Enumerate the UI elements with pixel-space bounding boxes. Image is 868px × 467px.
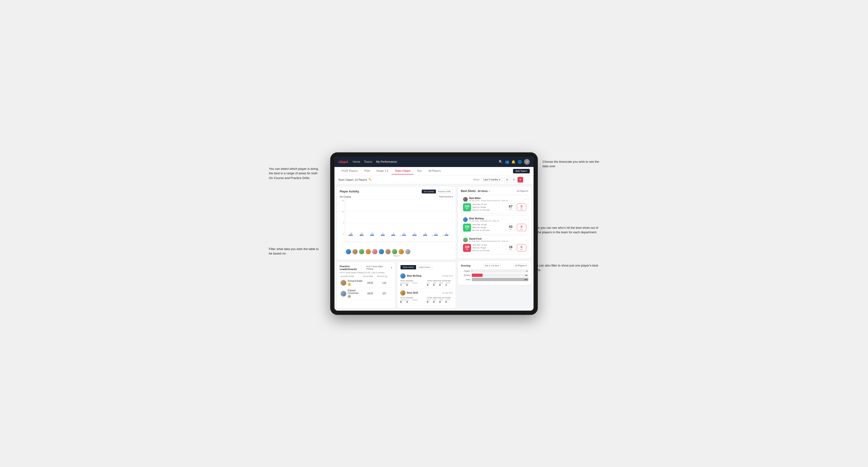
birdies-label: Birdies bbox=[461, 274, 470, 276]
scoring-card: Scoring Par 3, 4 & 5s ▾ All Players ▾ bbox=[458, 261, 531, 285]
player-avatar-7[interactable] bbox=[385, 249, 391, 254]
bar-bmcharg: 13 bbox=[346, 232, 356, 235]
all-players-dropdown[interactable]: All Players ▾ bbox=[517, 190, 528, 192]
bar-ecrossman: 2 bbox=[431, 232, 440, 235]
annotation-top-left: You can select which player is doing the… bbox=[269, 166, 321, 181]
rounds-vals-1: 7 6 bbox=[400, 284, 426, 286]
total-rounds-section-1: Total Rounds Tournament Practice 7 6 bbox=[400, 280, 426, 286]
par-dropdown[interactable]: Par 3, 4 & 5s ▾ bbox=[483, 264, 500, 268]
heart-view-button[interactable]: ♥ bbox=[518, 177, 523, 183]
sub-tab-allplayers[interactable]: All Players bbox=[425, 167, 444, 175]
shot-chevron-2: › bbox=[525, 218, 526, 221]
activity-toggle: Most Active Least Active bbox=[400, 265, 433, 270]
player-avatar-8[interactable] bbox=[392, 249, 397, 254]
bell-icon[interactable]: 🔔 bbox=[512, 160, 516, 164]
practice-drills-toggle[interactable]: Practice Drills bbox=[436, 190, 453, 193]
player-activity-header: Player Activity On Course Practice Drill… bbox=[340, 189, 453, 194]
birdies-val: 96 bbox=[525, 274, 527, 276]
x-label-dford: D. Ford bbox=[368, 235, 377, 237]
most-active-tab[interactable]: Most Active bbox=[401, 265, 416, 269]
grid-view-button[interactable]: ⊞ bbox=[504, 177, 510, 183]
player-avatar-9[interactable] bbox=[399, 249, 404, 254]
practice-dropdown[interactable]: PUTT Must Make Putting... ▾ bbox=[366, 266, 392, 270]
scoring-bar-birdies: Birdies 96 bbox=[461, 274, 528, 277]
bar-dford: 10 bbox=[368, 232, 377, 235]
eagles-label: Eagles bbox=[461, 270, 470, 272]
sub-tab-teamclippd[interactable]: Team Clippd bbox=[392, 167, 413, 175]
edit-icon[interactable]: ✏️ bbox=[368, 178, 372, 181]
player-avatar-1[interactable] bbox=[346, 249, 351, 254]
scoring-bar-pars: Pars 499 bbox=[461, 278, 528, 281]
chevron-down-icon-rounds: ▾ bbox=[452, 195, 453, 198]
right-col: Best Shots All Shots ▾ All Players ▾ bbox=[458, 184, 533, 311]
total-rounds-label: Total Rounds bbox=[439, 195, 451, 198]
add-team-button[interactable]: Add Team+ bbox=[513, 169, 530, 173]
practice-activities-section-1: Total Practice Activities GTT APP ARG PU… bbox=[427, 280, 453, 286]
player-avatar-5[interactable] bbox=[372, 249, 377, 254]
pars-val: 499 bbox=[524, 278, 527, 280]
users-icon[interactable]: 👥 bbox=[505, 160, 509, 164]
nav-icons: 🔍 👥 🔔 🌐 U bbox=[499, 159, 530, 165]
globe-icon[interactable]: 🌐 bbox=[518, 160, 522, 164]
brand-logo: clippd bbox=[338, 160, 348, 164]
eagles-val: 3 bbox=[526, 270, 527, 272]
player-avatar-3[interactable] bbox=[359, 249, 364, 254]
sub-tab-pgat[interactable]: PGAT Players bbox=[338, 167, 361, 175]
leaderboard-row-2[interactable]: Edward Crossman 2 18/20 107 bbox=[340, 288, 392, 300]
tablet-screen: clippd Home Teams My Performance 🔍 👥 🔔 🌐… bbox=[335, 157, 533, 311]
nav-link-home[interactable]: Home bbox=[352, 159, 360, 164]
player-avatars-row bbox=[340, 249, 453, 254]
sub-tab-tour[interactable]: Tour bbox=[413, 167, 425, 175]
sub-tab-pga[interactable]: PGA bbox=[361, 167, 373, 175]
best-shots-header: Best Shots All Shots ▾ All Players ▾ bbox=[461, 189, 528, 193]
shot-item-1[interactable]: Matt Miller 09 Jun 2023 · Royal North De… bbox=[461, 195, 528, 214]
player-row-details-2: Edward Crossman 2 bbox=[348, 289, 363, 298]
list-view-button[interactable]: ☰ bbox=[511, 177, 517, 183]
settings-view-button[interactable]: ⋮ bbox=[524, 177, 530, 183]
activity-stats-2: Total Rounds Tournament Practice 8 4 bbox=[400, 297, 453, 303]
leaderboard-row-1[interactable]: Richard Butler 1 19/20 110 bbox=[340, 278, 392, 288]
shot-meta-1: 09 Jun 2023 · Royal North Devon GC, Hole… bbox=[469, 199, 524, 201]
player-badges-2: 2 bbox=[348, 295, 363, 298]
main-content: Player Activity On Course Practice Drill… bbox=[335, 184, 533, 311]
shot-text-2: Shot Dist: 43 yds Start Lie: Rough End L… bbox=[472, 223, 504, 232]
shot-item-2[interactable]: Blair McHarg 23 Jul 2023 · Ashridge GC, … bbox=[461, 215, 528, 234]
player-badges-1: 1 bbox=[348, 283, 363, 286]
practice-title: Practice Leaderboards bbox=[340, 265, 366, 271]
user-avatar[interactable]: U bbox=[524, 159, 530, 165]
least-active-tab[interactable]: Least Active bbox=[416, 265, 432, 269]
date-select[interactable]: Last 3 months ▾ bbox=[482, 178, 502, 182]
activity-avatar-1 bbox=[400, 273, 405, 279]
search-icon[interactable]: 🔍 bbox=[499, 160, 503, 164]
y-axis: 15 10 5 0 bbox=[340, 199, 344, 242]
player-row-info-1: Richard Butler 1 bbox=[341, 280, 363, 286]
y-label-5: 5 bbox=[340, 222, 344, 224]
shot-badge-1: 200 SG bbox=[463, 203, 471, 211]
player-row-name-1: Richard Butler bbox=[348, 280, 363, 282]
all-shots-tab[interactable]: All Shots bbox=[478, 189, 488, 193]
x-axis-labels: B. McHarg B. Britt D. Ford bbox=[345, 235, 453, 242]
page-wrapper: You can select which player is doing the… bbox=[269, 152, 599, 315]
nav-link-teams[interactable]: Teams bbox=[364, 159, 372, 164]
on-course-toggle[interactable]: On Course bbox=[422, 190, 436, 193]
practice-col-header-1: GTT APP ARG PUTT bbox=[427, 282, 453, 284]
x-label-eebert: E. Ebert bbox=[389, 235, 398, 237]
shot-item-3[interactable]: David Ford 24 Aug 2023 · Royal North Dev… bbox=[461, 236, 528, 254]
avg-val-1: 110 bbox=[377, 282, 391, 284]
scoring-players-dropdown[interactable]: All Players ▾ bbox=[513, 264, 528, 268]
shot-info-2: Blair McHarg 23 Jul 2023 · Ashridge GC, … bbox=[469, 217, 524, 222]
team-info: Team Clippd | 14 Players ✏️ bbox=[338, 178, 372, 181]
chevron-down-icon-practice: ▾ bbox=[391, 267, 392, 269]
annotation-mid-left: Filter what data you wish the table to b… bbox=[269, 247, 321, 256]
nav-link-myperformance[interactable]: My Performance bbox=[376, 159, 397, 164]
player-avatar-2[interactable] bbox=[352, 249, 358, 254]
scoring-header: Scoring Par 3, 4 & 5s ▾ All Players ▾ bbox=[461, 264, 528, 268]
sub-tab-hcaps[interactable]: Hcaps 1-5 bbox=[373, 167, 392, 175]
total-rounds-dropdown[interactable]: Total Rounds ▾ bbox=[439, 195, 453, 198]
practice-dropdown-label: PUTT Must Make Putting... bbox=[366, 266, 391, 270]
player-avatar-6[interactable] bbox=[379, 249, 384, 254]
player-avatar-4[interactable] bbox=[366, 249, 371, 254]
bar-bbritt: 12 bbox=[357, 232, 366, 235]
player-activity-card: Player Activity On Course Practice Drill… bbox=[337, 187, 456, 260]
player-avatar-10[interactable] bbox=[405, 249, 410, 254]
